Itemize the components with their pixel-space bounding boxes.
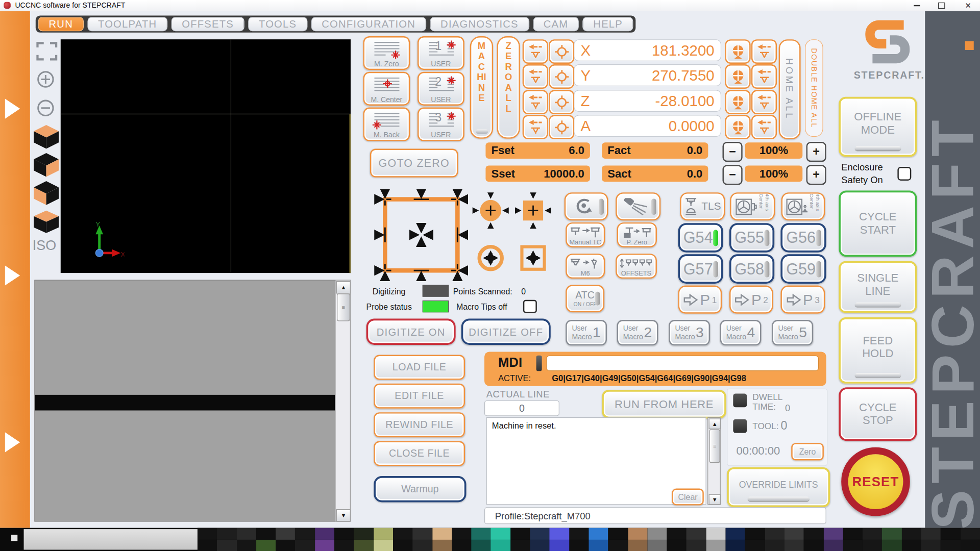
goto-zero-a-button[interactable] — [523, 115, 548, 139]
g59-button[interactable]: G59 — [780, 254, 826, 284]
goto-zero-z-button[interactable] — [523, 90, 548, 114]
user-macro-2-button[interactable]: UserMacro 2 — [617, 320, 658, 345]
spindle-override-plus-button[interactable]: + — [806, 165, 826, 185]
machine-coords-button[interactable]: MACHINE — [470, 36, 493, 139]
fourth-axis-center-probe-button[interactable]: 4th axis Center — [781, 192, 825, 220]
warmup-button[interactable]: Warmup — [374, 476, 466, 502]
profile-2-button[interactable]: P2 — [729, 286, 773, 314]
view-top-button[interactable] — [33, 123, 60, 152]
scroll-down-icon[interactable]: ▼ — [336, 509, 351, 521]
tls-button[interactable]: TLS — [680, 192, 725, 220]
zero-x-button[interactable] — [549, 39, 574, 64]
spindle-override-minus-button[interactable]: − — [723, 165, 743, 185]
double-home-all-button[interactable]: DOUBLE HOME ALL — [805, 39, 823, 137]
manual-tool-change-button[interactable]: Manual TC — [566, 222, 605, 247]
tab-run[interactable]: RUN — [38, 17, 84, 31]
home-all-button[interactable]: HOME ALL — [779, 39, 801, 139]
machine-back-button[interactable]: M. Back — [363, 108, 410, 141]
dro-y[interactable]: Y 270.7550 — [574, 64, 721, 86]
center-zero-square-button[interactable] — [515, 192, 551, 229]
toolpath-viewport[interactable]: Y X — [61, 39, 351, 273]
tool-offsets-button[interactable]: OFFSETS — [616, 254, 657, 279]
goto-zero-button[interactable]: GOTO ZERO — [370, 148, 458, 177]
user-macro-5-button[interactable]: UserMacro 5 — [772, 320, 813, 345]
coolant-button[interactable] — [616, 192, 660, 220]
cycle-stop-button[interactable]: CYCLE STOP — [839, 387, 917, 441]
run-from-here-button[interactable]: RUN FROM HERE — [602, 390, 726, 418]
digitize-off-button[interactable]: DIGITIZE OFF — [461, 318, 551, 344]
probe-zero-z-button[interactable] — [725, 90, 750, 114]
user-macro-3-button[interactable]: UserMacro 3 — [669, 320, 710, 345]
tab-toolpath[interactable]: TOOLPATH — [87, 17, 167, 31]
home-a-button[interactable] — [751, 115, 777, 139]
machine-center-button[interactable]: M. Center — [363, 72, 410, 106]
user-position-2-button[interactable]: 2 USER — [418, 72, 464, 106]
gcode-selected-line[interactable] — [35, 395, 336, 411]
tab-configuration[interactable]: CONFIGURATION — [311, 17, 426, 31]
dro-z[interactable]: Z -28.0100 — [574, 90, 721, 112]
feed-override-plus-button[interactable]: + — [806, 142, 826, 162]
status-scrollbar[interactable]: ▲ ≡ ▼ — [707, 417, 721, 505]
scroll-down-icon[interactable]: ▼ — [709, 494, 721, 505]
g55-button[interactable]: G55 — [729, 223, 774, 253]
user-position-3-button[interactable]: 3 USER — [418, 108, 464, 141]
taskbar[interactable] — [0, 528, 980, 551]
corner-zero-graphic[interactable] — [374, 189, 469, 282]
center-zero-circle-button[interactable] — [473, 192, 509, 229]
dro-x[interactable]: X 181.3200 — [574, 39, 721, 61]
edit-file-button[interactable]: EDIT FILE — [374, 384, 465, 409]
maximize-button[interactable] — [934, 1, 948, 10]
scroll-up-icon[interactable]: ▲ — [336, 281, 351, 293]
g56-button[interactable]: G56 — [780, 223, 826, 253]
machine-zero-button[interactable]: M. Zero — [363, 36, 410, 70]
user-macro-4-button[interactable]: UserMacro 4 — [720, 320, 762, 345]
feed-hold-button[interactable]: FEED HOLD — [839, 317, 917, 384]
feed-override-minus-button[interactable]: − — [723, 142, 743, 162]
load-file-button[interactable]: LOAD FILE — [374, 355, 465, 380]
home-x-button[interactable] — [751, 39, 777, 64]
scroll-up-icon[interactable]: ▲ — [709, 418, 721, 429]
clear-status-button[interactable]: Clear — [672, 489, 703, 506]
home-z-button[interactable] — [751, 90, 777, 114]
profile-3-button[interactable]: P3 — [780, 286, 825, 314]
single-line-button[interactable]: SINGLE LINE — [839, 261, 917, 313]
goto-zero-y-button[interactable] — [523, 64, 548, 89]
home-y-button[interactable] — [751, 64, 777, 89]
g57-button[interactable]: G57 — [678, 254, 723, 284]
digitize-on-button[interactable]: DIGITIZE ON — [366, 318, 456, 344]
probe-zero-x-button[interactable] — [725, 39, 750, 64]
macro-tips-checkbox[interactable] — [523, 300, 537, 313]
view-side-button[interactable] — [33, 180, 60, 209]
zoom-in-button[interactable] — [36, 70, 55, 91]
sidebar-flyout-arrow-icon[interactable] — [5, 265, 20, 285]
gcode-scrollbar[interactable]: ▲ ≡ ▼ — [335, 280, 351, 522]
tab-diagnostics[interactable]: DIAGNOSTICS — [430, 17, 529, 31]
gcode-list[interactable] — [34, 280, 351, 522]
minimize-button[interactable] — [910, 1, 924, 10]
offline-mode-button[interactable]: OFFLINE MODE — [839, 97, 917, 157]
close-file-button[interactable]: CLOSE FILE — [374, 441, 465, 466]
sidebar-flyout-arrow-icon[interactable] — [5, 98, 20, 118]
g58-button[interactable]: G58 — [729, 254, 774, 284]
scrollbar-thumb[interactable]: ≡ — [337, 294, 350, 321]
rewind-file-button[interactable]: REWIND FILE — [374, 412, 465, 437]
tab-help[interactable]: HELP — [583, 17, 633, 31]
goto-zero-x-button[interactable] — [523, 39, 548, 64]
zero-y-button[interactable] — [549, 64, 574, 89]
timer-zero-button[interactable]: Zero — [791, 443, 824, 460]
view-iso-button[interactable] — [33, 208, 60, 237]
taskbar-start-icon[interactable] — [11, 535, 17, 541]
reset-button[interactable]: RESET — [841, 447, 910, 516]
mdi-input[interactable] — [546, 356, 819, 371]
zero-z-button[interactable] — [549, 90, 574, 114]
probe-zero-a-button[interactable] — [725, 115, 750, 139]
sidebar-flyout-arrow-icon[interactable] — [5, 432, 20, 452]
inner-circle-zero-button[interactable] — [473, 240, 509, 276]
override-limits-button[interactable]: OVERRIDE LIMITS — [727, 467, 830, 507]
tab-cam[interactable]: CAM — [533, 17, 579, 31]
probe-zero-y-button[interactable] — [725, 64, 750, 89]
dro-a[interactable]: A 0.0000 — [574, 115, 721, 137]
inner-square-zero-button[interactable] — [515, 240, 551, 276]
zoom-out-button[interactable] — [36, 98, 55, 120]
scrollbar-thumb[interactable]: ≡ — [709, 429, 720, 463]
